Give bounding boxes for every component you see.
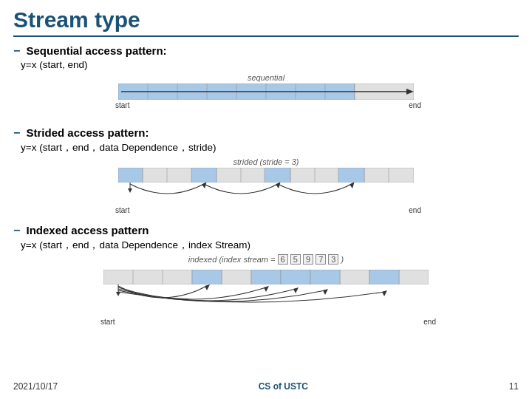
indexed-cells-svg (103, 270, 429, 284)
idx-val-4: 3 (328, 254, 338, 265)
svg-rect-27 (265, 168, 290, 183)
sequential-diagram: sequential (111, 73, 421, 119)
seq-end-label: end (409, 101, 421, 109)
indexed-subtext: y=x (start，end，data Dependence，index Str… (21, 239, 519, 252)
footer-date: 2021/10/17 (13, 381, 58, 392)
indexed-diagram-label: indexed (index stream = 6 5 9 7 3 ) (96, 255, 436, 264)
idx-end-label: end (423, 318, 436, 326)
seq-start-label: start (115, 101, 129, 109)
svg-marker-52 (293, 287, 299, 293)
strided-header: − Strided access pattern: (13, 126, 519, 140)
indexed-diagram-container: indexed (index stream = 6 5 9 7 3 ) (13, 255, 519, 329)
svg-marker-51 (264, 286, 269, 292)
idx-val-3: 7 (316, 254, 326, 265)
indexed-header-text: Indexed access pattern (27, 224, 149, 236)
footer-center: CS of USTC (259, 381, 308, 392)
footer-page: 11 (509, 381, 519, 392)
strided-subtext: y=x (start，end，data Dependence，stride) (21, 141, 519, 154)
page-title: Stream type (13, 7, 519, 33)
strided-diagram-label: strided (stride = 3) (233, 157, 299, 166)
footer: 2021/10/17 CS of USTC 11 (13, 381, 519, 392)
svg-marker-54 (382, 290, 387, 296)
indexed-arrows-svg (103, 284, 429, 313)
section-strided: − Strided access pattern: y=x (start，end… (13, 126, 519, 216)
svg-rect-47 (281, 270, 310, 284)
str-end-label: end (409, 206, 421, 214)
svg-rect-26 (191, 168, 216, 183)
section-sequential: − Sequential access pattern: y=x (start,… (13, 44, 519, 119)
idx-val-2: 9 (303, 254, 313, 265)
sequential-subtext: y=x (start, end) (21, 59, 519, 70)
sequential-svg (118, 83, 414, 100)
svg-marker-31 (349, 183, 355, 188)
svg-rect-28 (338, 168, 364, 183)
svg-marker-53 (323, 289, 328, 295)
strided-header-text: Strided access pattern: (27, 126, 149, 139)
indexed-header: − Indexed access pattern (13, 224, 519, 237)
dash-sequential: − (13, 44, 20, 57)
dash-strided: − (13, 126, 20, 139)
svg-marker-50 (205, 284, 210, 290)
svg-rect-48 (310, 270, 340, 284)
strided-diagram: strided (stride = 3) (111, 157, 421, 216)
strided-diagram-container: strided (stride = 3) (13, 157, 519, 216)
strided-arrows-svg (118, 183, 414, 205)
section-indexed: − Indexed access pattern y=x (start，end，… (13, 224, 519, 329)
svg-rect-49 (369, 270, 399, 284)
idx-start-label: start (100, 318, 115, 326)
sequential-diagram-container: sequential (13, 73, 519, 119)
sequential-header-text: Sequential access pattern: (27, 44, 167, 57)
svg-rect-25 (118, 168, 143, 183)
page: Stream type − Sequential access pattern:… (0, 0, 532, 399)
svg-rect-46 (251, 270, 281, 284)
svg-marker-56 (116, 292, 120, 296)
indexed-diagram: indexed (index stream = 6 5 9 7 3 ) (96, 255, 436, 329)
str-start-label: start (115, 206, 129, 214)
svg-marker-33 (128, 188, 132, 193)
sequential-header: − Sequential access pattern: (13, 44, 519, 58)
svg-rect-45 (192, 270, 222, 284)
title-divider (13, 35, 519, 37)
sequential-diagram-label: sequential (248, 73, 284, 82)
idx-val-0: 6 (278, 254, 288, 265)
idx-val-1: 5 (290, 254, 301, 265)
dash-indexed: − (13, 224, 20, 236)
strided-cells-svg (118, 168, 414, 183)
